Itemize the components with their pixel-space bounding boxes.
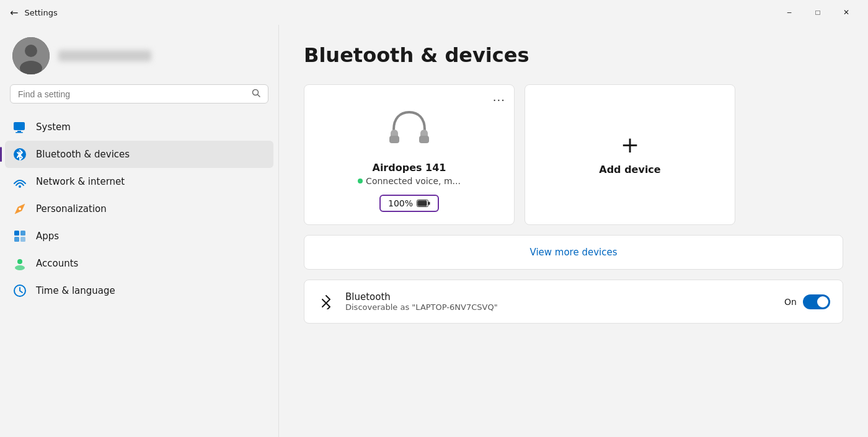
time-icon (12, 283, 27, 298)
sidebar-item-system[interactable]: System (5, 113, 273, 141)
toggle-area: On (784, 294, 830, 309)
sidebar-item-personalization-label: Personalization (36, 203, 107, 214)
device-name: Airdopes 141 (373, 162, 446, 174)
devices-grid: ··· Airdopes 141 Connected voice, m... 1… (304, 84, 843, 225)
sidebar-item-apps[interactable]: Apps (5, 223, 273, 250)
network-icon (12, 174, 27, 189)
svg-rect-21 (389, 136, 399, 143)
close-button[interactable]: ✕ (832, 2, 861, 22)
svg-point-17 (15, 265, 25, 270)
svg-rect-25 (428, 202, 430, 205)
bluetooth-icon: ✗ (12, 147, 27, 162)
sidebar: System ✗ Bluetooth & devices (0, 25, 279, 437)
app-title: Settings (24, 8, 57, 17)
page-title: Bluetooth & devices (304, 43, 843, 67)
sidebar-item-time[interactable]: Time & language (5, 277, 273, 304)
svg-rect-7 (16, 132, 23, 133)
bluetooth-info: Bluetooth Discoverable as "LAPTOP-6NV7CS… (345, 291, 774, 312)
title-bar: ← Settings – □ ✕ (0, 0, 868, 25)
plus-icon: + (621, 134, 639, 156)
bluetooth-toggle[interactable] (803, 294, 830, 309)
device-card-airdopes: ··· Airdopes 141 Connected voice, m... 1… (304, 84, 515, 225)
app-layout: System ✗ Bluetooth & devices (0, 25, 868, 437)
device-menu-button[interactable]: ··· (493, 94, 505, 107)
bluetooth-title: Bluetooth (345, 291, 774, 302)
sidebar-item-apps-label: Apps (36, 231, 59, 242)
battery-percent: 100% (388, 198, 413, 208)
svg-point-11 (19, 208, 21, 210)
svg-line-4 (258, 95, 260, 97)
add-device-card[interactable]: + Add device (525, 84, 735, 225)
profile-name (58, 50, 151, 61)
sidebar-item-time-label: Time & language (36, 285, 115, 296)
sidebar-item-bluetooth[interactable]: ✗ Bluetooth & devices (5, 141, 273, 168)
device-status-text: Connected voice, m... (366, 176, 461, 186)
avatar (12, 37, 50, 74)
add-device-label: Add device (599, 164, 660, 175)
view-more-devices-button[interactable]: View more devices (304, 235, 843, 270)
window-controls: – □ ✕ (775, 2, 861, 22)
maximize-button[interactable]: □ (804, 2, 832, 22)
svg-point-1 (25, 45, 37, 57)
sidebar-profile (0, 25, 278, 84)
search-input[interactable] (18, 89, 247, 99)
status-dot (358, 179, 363, 183)
svg-rect-14 (14, 237, 19, 242)
search-box[interactable] (10, 84, 268, 104)
back-icon[interactable]: ← (10, 7, 18, 19)
minimize-button[interactable]: – (775, 2, 804, 22)
sidebar-item-network-label: Network & internet (36, 176, 125, 187)
search-icon (252, 89, 260, 99)
battery-icon (417, 200, 430, 207)
title-bar-left: ← Settings (10, 7, 58, 19)
svg-point-10 (19, 185, 21, 188)
bluetooth-subtitle: Discoverable as "LAPTOP-6NV7CSVQ" (345, 302, 774, 312)
svg-rect-6 (17, 131, 21, 132)
headphones-icon (384, 104, 434, 153)
sidebar-item-system-label: System (36, 121, 71, 133)
accounts-icon (12, 256, 27, 271)
sidebar-item-network[interactable]: Network & internet (5, 168, 273, 195)
toggle-label: On (784, 297, 797, 307)
svg-rect-22 (419, 136, 429, 143)
svg-rect-24 (418, 201, 427, 206)
svg-rect-5 (14, 122, 25, 130)
sidebar-item-accounts-label: Accounts (36, 258, 78, 269)
battery-badge: 100% (379, 195, 439, 212)
sidebar-item-personalization[interactable]: Personalization (5, 195, 273, 223)
apps-icon (12, 229, 27, 244)
bluetooth-row: Bluetooth Discoverable as "LAPTOP-6NV7CS… (304, 280, 843, 324)
system-icon (12, 120, 27, 135)
sidebar-item-bluetooth-label: Bluetooth & devices (36, 149, 130, 160)
personalization-icon (12, 201, 27, 216)
svg-point-16 (17, 259, 22, 264)
sidebar-item-accounts[interactable]: Accounts (5, 250, 273, 277)
main-content: Bluetooth & devices ··· Airdopes 141 Con… (279, 25, 868, 437)
svg-rect-15 (20, 237, 25, 242)
device-status: Connected voice, m... (358, 176, 461, 186)
svg-rect-12 (14, 231, 19, 236)
svg-rect-13 (20, 231, 25, 236)
bluetooth-row-icon (317, 293, 335, 311)
nav-list: System ✗ Bluetooth & devices (0, 111, 278, 307)
